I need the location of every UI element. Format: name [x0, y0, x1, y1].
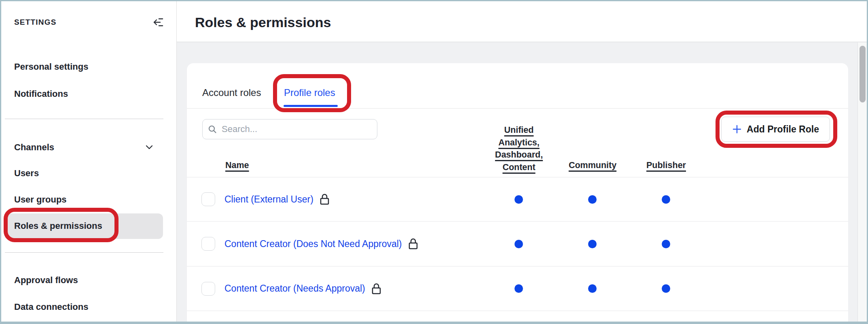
- tab-profile-roles[interactable]: Profile roles: [284, 87, 335, 98]
- search-icon: [208, 125, 217, 134]
- scrollbar-thumb[interactable]: [860, 46, 866, 102]
- column-header-line: Content: [485, 161, 553, 174]
- column-header-community: Community: [558, 160, 627, 171]
- column-header-name: Name: [225, 160, 249, 171]
- lock-icon: [371, 282, 382, 295]
- role-link[interactable]: Content Creator (Needs Approval): [224, 283, 365, 294]
- collapse-sidebar-icon[interactable]: [152, 16, 164, 28]
- row-checkbox[interactable]: [201, 192, 215, 206]
- add-profile-role-label: Add Profile Role: [747, 124, 819, 135]
- sidebar-title: SETTINGS: [14, 18, 57, 27]
- sidebar-item-roles-permissions[interactable]: Roles & permissions: [14, 221, 102, 231]
- search-box: [202, 119, 377, 139]
- tabs-bottom-border: [187, 108, 848, 109]
- row-checkbox[interactable]: [201, 237, 215, 251]
- plus-icon: [732, 124, 742, 134]
- page-title: Roles & permissions: [195, 15, 331, 30]
- sidebar-item-personal-settings[interactable]: Personal settings: [14, 62, 88, 72]
- roles-permissions-settings-screen: SETTINGS Personal settings Notifications…: [0, 0, 868, 324]
- sidebar-item-approval-flows[interactable]: Approval flows: [14, 275, 78, 286]
- permission-dot-unified: [514, 240, 523, 248]
- sidebar-item-data-connections[interactable]: Data connections: [14, 302, 88, 312]
- sidebar-item-channels[interactable]: Channels: [14, 142, 54, 153]
- role-link[interactable]: Client (External User): [224, 194, 313, 205]
- permission-dot-community: [588, 195, 597, 204]
- chevron-down-icon[interactable]: [145, 143, 154, 151]
- column-header-line: Dashboard,: [485, 149, 553, 161]
- sidebar-divider: [5, 252, 163, 253]
- sidebar-item-notifications[interactable]: Notifications: [14, 89, 68, 99]
- active-tab-indicator: [284, 105, 338, 107]
- permission-dot-community: [588, 240, 597, 248]
- permission-dot-unified: [514, 195, 523, 204]
- lock-icon: [319, 193, 330, 206]
- table-row-partial: [187, 311, 848, 322]
- table-row: Content Creator (Needs Approval): [187, 266, 848, 311]
- row-checkbox[interactable]: [201, 282, 215, 296]
- column-header-publisher: Publisher: [632, 160, 701, 171]
- scrollbar-track[interactable]: [857, 43, 868, 322]
- tab-account-roles[interactable]: Account roles: [202, 87, 261, 98]
- sidebar-divider: [5, 119, 163, 119]
- role-link[interactable]: Content Creator (Does Not Need Approval): [224, 239, 402, 249]
- search-input[interactable]: [221, 124, 372, 135]
- sidebar-item-users[interactable]: Users: [14, 168, 39, 179]
- table-row: Client (External User): [187, 177, 848, 222]
- table-row: Content Creator (Does Not Need Approval): [187, 222, 848, 266]
- permission-dot-publisher: [662, 195, 670, 204]
- column-header-unified-analytics: Unified Analytics, Dashboard, Content: [485, 124, 553, 173]
- add-profile-role-button[interactable]: Add Profile Role: [721, 117, 830, 142]
- permission-dot-community: [588, 284, 597, 293]
- settings-sidebar: SETTINGS Personal settings Notifications…: [0, 0, 177, 324]
- column-header-line: Unified: [485, 124, 553, 136]
- column-header-line: Analytics,: [485, 136, 553, 149]
- lock-icon: [408, 237, 419, 250]
- sidebar-item-user-groups[interactable]: User groups: [14, 194, 67, 205]
- permission-dot-unified: [514, 284, 523, 293]
- permission-dot-publisher: [662, 284, 670, 293]
- permission-dot-publisher: [662, 240, 670, 248]
